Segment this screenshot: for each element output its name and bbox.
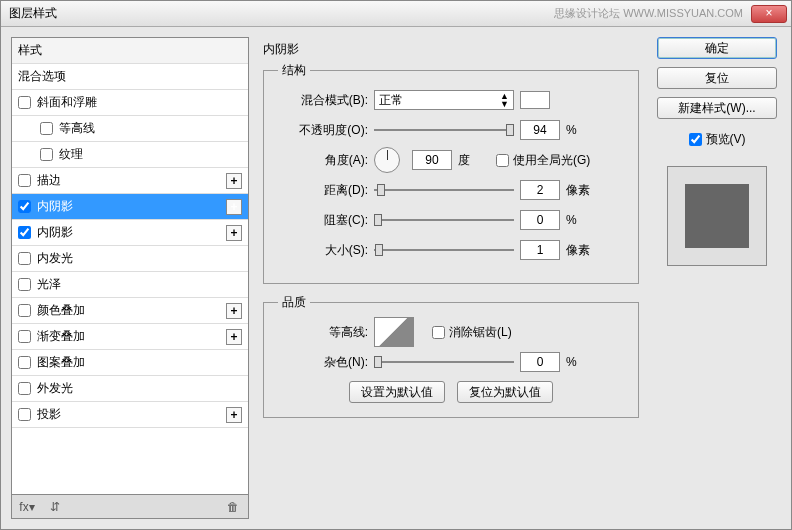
style-list-footer: fx▾ ⇵ 🗑 — [11, 495, 249, 519]
style-checkbox[interactable] — [18, 252, 31, 265]
global-light-checkbox[interactable]: 使用全局光(G) — [496, 152, 590, 169]
titlebar: 图层样式 思缘设计论坛 WWW.MISSYUAN.COM × — [1, 1, 791, 27]
style-checkbox[interactable] — [18, 96, 31, 109]
choke-slider[interactable] — [374, 211, 514, 229]
structure-group: 结构 混合模式(B): 正常 ▲▼ 不透明度(O): % 角度(A — [263, 62, 639, 284]
distance-unit: 像素 — [566, 182, 596, 199]
quality-legend: 品质 — [278, 294, 310, 311]
style-row[interactable]: 等高线 — [12, 116, 248, 142]
style-label: 纹理 — [59, 146, 242, 163]
fx-icon[interactable]: fx▾ — [18, 498, 36, 516]
style-checkbox[interactable] — [40, 122, 53, 135]
angle-field: 角度(A): 度 使用全局光(G) — [278, 149, 624, 171]
style-checkbox[interactable] — [18, 226, 31, 239]
style-label: 渐变叠加 — [37, 328, 226, 345]
ok-button[interactable]: 确定 — [657, 37, 777, 59]
opacity-input[interactable] — [520, 120, 560, 140]
blend-mode-value: 正常 — [379, 92, 403, 109]
size-slider[interactable] — [374, 241, 514, 259]
color-swatch[interactable] — [520, 91, 550, 109]
default-buttons-row: 设置为默认值 复位为默认值 — [278, 381, 624, 403]
style-row[interactable]: 图案叠加 — [12, 350, 248, 376]
style-row[interactable]: 内发光 — [12, 246, 248, 272]
cancel-button[interactable]: 复位 — [657, 67, 777, 89]
reset-default-button[interactable]: 复位为默认值 — [457, 381, 553, 403]
panel-title: 内阴影 — [263, 41, 639, 58]
make-default-button[interactable]: 设置为默认值 — [349, 381, 445, 403]
opacity-slider[interactable] — [374, 121, 514, 139]
style-list-header: 样式 — [12, 38, 248, 64]
style-row[interactable]: 纹理 — [12, 142, 248, 168]
style-checkbox[interactable] — [18, 382, 31, 395]
style-label: 描边 — [37, 172, 226, 189]
noise-unit: % — [566, 355, 596, 369]
preview-checkbox[interactable]: 预览(V) — [689, 131, 746, 148]
distance-field: 距离(D): 像素 — [278, 179, 624, 201]
center-panel: 内阴影 结构 混合模式(B): 正常 ▲▼ 不透明度(O): % — [259, 37, 643, 519]
style-checkbox[interactable] — [18, 304, 31, 317]
choke-unit: % — [566, 213, 596, 227]
style-label: 图案叠加 — [37, 354, 242, 371]
style-label: 外发光 — [37, 380, 242, 397]
style-checkbox[interactable] — [18, 356, 31, 369]
distance-input[interactable] — [520, 180, 560, 200]
preview-box — [667, 166, 767, 266]
style-row[interactable]: 颜色叠加+ — [12, 298, 248, 324]
trash-icon[interactable]: 🗑 — [224, 498, 242, 516]
add-effect-button[interactable]: + — [226, 407, 242, 423]
style-list: 样式 混合选项 斜面和浮雕等高线纹理描边+内阴影+内阴影+内发光光泽颜色叠加+渐… — [11, 37, 249, 495]
style-row[interactable]: 渐变叠加+ — [12, 324, 248, 350]
angle-dial[interactable] — [374, 147, 400, 173]
preview-input[interactable] — [689, 133, 702, 146]
size-label: 大小(S): — [278, 242, 368, 259]
size-input[interactable] — [520, 240, 560, 260]
style-row[interactable]: 投影+ — [12, 402, 248, 428]
noise-field: 杂色(N): % — [278, 351, 624, 373]
contour-label: 等高线: — [278, 324, 368, 341]
style-row[interactable]: 描边+ — [12, 168, 248, 194]
right-panel: 确定 复位 新建样式(W)... 预览(V) — [653, 37, 781, 519]
antialias-input[interactable] — [432, 326, 445, 339]
style-checkbox[interactable] — [18, 200, 31, 213]
choke-field: 阻塞(C): % — [278, 209, 624, 231]
style-checkbox[interactable] — [40, 148, 53, 161]
style-checkbox[interactable] — [18, 408, 31, 421]
noise-input[interactable] — [520, 352, 560, 372]
style-checkbox[interactable] — [18, 278, 31, 291]
angle-input[interactable] — [412, 150, 452, 170]
add-effect-button[interactable]: + — [226, 225, 242, 241]
dialog-body: 样式 混合选项 斜面和浮雕等高线纹理描边+内阴影+内阴影+内发光光泽颜色叠加+渐… — [1, 27, 791, 529]
close-button[interactable]: × — [751, 5, 787, 23]
layer-style-dialog: 图层样式 思缘设计论坛 WWW.MISSYUAN.COM × 样式 混合选项 斜… — [0, 0, 792, 530]
new-style-button[interactable]: 新建样式(W)... — [657, 97, 777, 119]
style-checkbox[interactable] — [18, 330, 31, 343]
style-label: 投影 — [37, 406, 226, 423]
style-row[interactable]: 斜面和浮雕 — [12, 90, 248, 116]
style-label: 颜色叠加 — [37, 302, 226, 319]
add-effect-button[interactable]: + — [226, 199, 242, 215]
antialias-label: 消除锯齿(L) — [449, 324, 512, 341]
noise-slider[interactable] — [374, 353, 514, 371]
add-effect-button[interactable]: + — [226, 303, 242, 319]
blend-options-row[interactable]: 混合选项 — [12, 64, 248, 90]
antialias-checkbox[interactable]: 消除锯齿(L) — [432, 324, 512, 341]
style-row[interactable]: 内阴影+ — [12, 194, 248, 220]
add-effect-button[interactable]: + — [226, 329, 242, 345]
opacity-field: 不透明度(O): % — [278, 119, 624, 141]
style-row[interactable]: 内阴影+ — [12, 220, 248, 246]
blend-options-label: 混合选项 — [18, 68, 242, 85]
angle-unit: 度 — [458, 152, 488, 169]
distance-slider[interactable] — [374, 181, 514, 199]
style-row[interactable]: 光泽 — [12, 272, 248, 298]
global-light-input[interactable] — [496, 154, 509, 167]
add-effect-button[interactable]: + — [226, 173, 242, 189]
up-down-icon[interactable]: ⇵ — [46, 498, 64, 516]
style-checkbox[interactable] — [18, 174, 31, 187]
blend-mode-select[interactable]: 正常 ▲▼ — [374, 90, 514, 110]
quality-group: 品质 等高线: 消除锯齿(L) 杂色(N): % 设置为默认值 — [263, 294, 639, 418]
contour-picker[interactable] — [374, 317, 414, 347]
distance-label: 距离(D): — [278, 182, 368, 199]
style-row[interactable]: 外发光 — [12, 376, 248, 402]
size-field: 大小(S): 像素 — [278, 239, 624, 261]
choke-input[interactable] — [520, 210, 560, 230]
